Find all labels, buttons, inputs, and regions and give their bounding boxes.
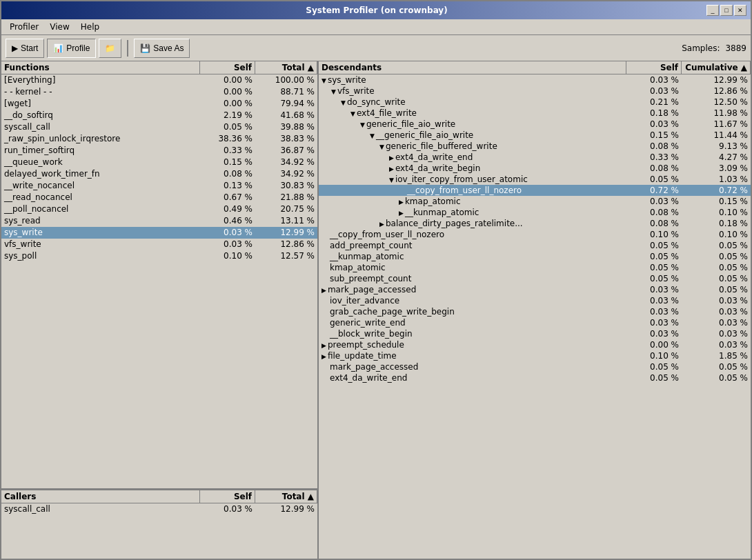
descendants-row[interactable]: __kunmap_atomic 0.05 % 0.05 % [319, 251, 751, 262]
table-row[interactable]: __poll_nocancel 0.49 % 20.75 % [1, 203, 317, 215]
desc-self-col-header[interactable]: Self [626, 61, 682, 74]
save-as-label: Save As [153, 43, 184, 53]
descendants-row[interactable]: iov_iter_advance 0.03 % 0.03 % [319, 295, 751, 306]
descendants-row[interactable]: ▼generic_file_aio_write 0.03 % 11.67 % [319, 119, 751, 130]
callers-total-col-header[interactable]: Total ▲ [255, 490, 317, 503]
descendants-row[interactable]: ▶kmap_atomic 0.03 % 0.15 % [319, 196, 751, 207]
save-as-button[interactable]: 💾 Save As [134, 39, 190, 58]
close-button[interactable]: ✕ [734, 5, 746, 16]
table-row[interactable]: [wget] 0.00 % 79.94 % [1, 98, 317, 110]
expand-icon[interactable]: ▼ [360, 121, 365, 128]
expand-icon[interactable]: ▼ [370, 132, 375, 139]
total-col-header[interactable]: Total ▲ [255, 61, 317, 74]
descendants-table-body[interactable]: ▼sys_write 0.03 % 12.99 % ▼vfs_write 0.0… [319, 74, 751, 559]
descendants-row[interactable]: __copy_from_user_ll_nozero 0.72 % 0.72 % [319, 185, 751, 196]
menu-view[interactable]: View [44, 21, 75, 33]
descendants-row[interactable]: ▶ext4_da_write_end 0.33 % 4.27 % [319, 152, 751, 163]
descendants-row[interactable]: ▼__generic_file_aio_write 0.15 % 11.44 % [319, 130, 751, 141]
descendants-row[interactable]: add_preempt_count 0.05 % 0.05 % [319, 240, 751, 251]
descendants-row[interactable]: ▶balance_dirty_pages_ratelimite... 0.08 … [319, 218, 751, 229]
descendants-row[interactable]: ▼iov_iter_copy_from_user_atomic 0.05 % 1… [319, 174, 751, 185]
descendants-row[interactable]: ▶mark_page_accessed 0.03 % 0.05 % [319, 284, 751, 295]
table-row[interactable]: sys_poll 0.10 % 12.57 % [1, 250, 317, 262]
function-name-cell: sys_poll [1, 251, 200, 261]
descendants-row[interactable]: __block_write_begin 0.03 % 0.03 % [319, 328, 751, 339]
desc-cumulative-cell: 0.72 % [682, 186, 751, 195]
expand-icon[interactable]: ▼ [341, 99, 346, 106]
descendants-row[interactable]: kmap_atomic 0.05 % 0.05 % [319, 262, 751, 273]
callers-row[interactable]: syscall_call 0.03 % 12.99 % [1, 503, 317, 515]
table-row[interactable]: syscall_call 0.05 % 39.88 % [1, 121, 317, 133]
expand-icon[interactable]: ▶ [321, 342, 326, 349]
descendants-row[interactable]: generic_write_end 0.03 % 0.03 % [319, 317, 751, 328]
desc-cumulative-cell: 4.27 % [682, 152, 751, 162]
table-row[interactable]: [Everything] 0.00 % 100.00 % [1, 74, 317, 86]
function-total-cell: 30.83 % [255, 181, 317, 190]
descendants-row[interactable]: __copy_from_user_ll_nozero 0.10 % 0.10 % [319, 229, 751, 240]
expand-icon[interactable]: ▼ [321, 77, 326, 84]
expand-icon[interactable]: ▼ [331, 88, 336, 95]
desc-self-cell: 0.21 % [626, 97, 682, 107]
desc-name-cell: ▶preempt_schedule [319, 340, 626, 350]
descendants-row[interactable]: ▶__kunmap_atomic 0.08 % 0.10 % [319, 207, 751, 218]
descendants-col-header[interactable]: Descendants [319, 61, 626, 74]
table-row[interactable]: __do_softirq 2.19 % 41.68 % [1, 110, 317, 121]
desc-name-cell: ▶mark_page_accessed [319, 285, 626, 294]
function-self-cell: 0.13 % [200, 181, 255, 190]
descendants-row[interactable]: ▼ext4_file_write 0.18 % 11.98 % [319, 108, 751, 119]
callers-self-col-header[interactable]: Self [200, 490, 255, 503]
cumulative-col-header[interactable]: Cumulative ▲ [682, 61, 751, 74]
expand-icon[interactable]: ▼ [350, 110, 355, 117]
expand-icon[interactable]: ▶ [389, 154, 394, 161]
functions-col-header[interactable]: Functions [1, 61, 200, 74]
function-name-cell: run_timer_softirq [1, 146, 200, 155]
desc-cumulative-cell: 12.50 % [682, 97, 751, 107]
table-row[interactable]: _raw_spin_unlock_irqrestore 38.36 % 38.8… [1, 133, 317, 145]
expand-icon[interactable]: ▶ [399, 199, 404, 206]
functions-table-body[interactable]: [Everything] 0.00 % 100.00 % - - kernel … [1, 74, 317, 488]
table-row[interactable]: __read_nocancel 0.67 % 21.88 % [1, 192, 317, 203]
expand-icon[interactable]: ▶ [399, 210, 404, 217]
table-row[interactable]: sys_write 0.03 % 12.99 % [1, 227, 317, 239]
table-row[interactable]: vfs_write 0.03 % 12.86 % [1, 239, 317, 250]
descendants-row[interactable]: ▼do_sync_write 0.21 % 12.50 % [319, 97, 751, 108]
minimize-button[interactable]: _ [706, 5, 719, 16]
expand-icon[interactable]: ▶ [389, 166, 394, 172]
descendants-row[interactable]: grab_cache_page_write_begin 0.03 % 0.03 … [319, 306, 751, 317]
descendants-row[interactable]: mark_page_accessed 0.05 % 0.05 % [319, 361, 751, 372]
desc-self-cell: 0.03 % [626, 197, 682, 206]
profile-button[interactable]: 📊 Profile [47, 39, 96, 58]
table-row[interactable]: __write_nocancel 0.13 % 30.83 % [1, 180, 317, 192]
table-row[interactable]: __queue_work 0.15 % 34.92 % [1, 157, 317, 168]
expand-icon[interactable]: ▶ [321, 287, 326, 294]
start-button[interactable]: ▶ Start [6, 39, 44, 58]
maximize-button[interactable]: □ [720, 5, 733, 16]
table-row[interactable]: delayed_work_timer_fn 0.08 % 34.92 % [1, 168, 317, 180]
expand-icon[interactable]: ▶ [379, 221, 384, 228]
table-row[interactable]: - - kernel - - 0.00 % 88.71 % [1, 86, 317, 98]
callers-col-header[interactable]: Callers [1, 490, 200, 503]
table-row[interactable]: run_timer_softirq 0.33 % 36.87 % [1, 145, 317, 157]
descendants-row[interactable]: ▼generic_file_buffered_write 0.08 % 9.13… [319, 141, 751, 152]
expand-icon[interactable]: ▼ [389, 177, 394, 183]
descendants-row[interactable]: sub_preempt_count 0.05 % 0.05 % [319, 273, 751, 284]
menu-profiler[interactable]: Profiler [4, 21, 44, 33]
callers-table-body[interactable]: syscall_call 0.03 % 12.99 % [1, 503, 317, 559]
descendants-row[interactable]: ▶ext4_da_write_begin 0.08 % 3.09 % [319, 163, 751, 174]
descendants-row[interactable]: ▼vfs_write 0.03 % 12.86 % [319, 86, 751, 97]
expand-icon[interactable]: ▼ [379, 143, 384, 150]
descendants-row[interactable]: ▼sys_write 0.03 % 12.99 % [319, 74, 751, 86]
table-row[interactable]: sys_read 0.46 % 13.11 % [1, 215, 317, 227]
desc-name-cell: ▼do_sync_write [319, 97, 626, 107]
folder-button[interactable]: 📁 [99, 39, 121, 58]
expand-icon[interactable]: ▶ [321, 353, 326, 360]
menu-help[interactable]: Help [75, 21, 105, 33]
function-total-cell: 88.71 % [255, 87, 317, 97]
descendants-row[interactable]: ▶preempt_schedule 0.00 % 0.03 % [319, 339, 751, 350]
function-self-cell: 0.46 % [200, 216, 255, 226]
descendants-row[interactable]: ext4_da_write_end 0.05 % 0.05 % [319, 372, 751, 383]
function-name-cell: _raw_spin_unlock_irqrestore [1, 134, 200, 143]
descendants-row[interactable]: ▶file_update_time 0.10 % 1.85 % [319, 350, 751, 361]
self-col-header[interactable]: Self [200, 61, 255, 74]
desc-self-cell: 0.05 % [626, 252, 682, 261]
